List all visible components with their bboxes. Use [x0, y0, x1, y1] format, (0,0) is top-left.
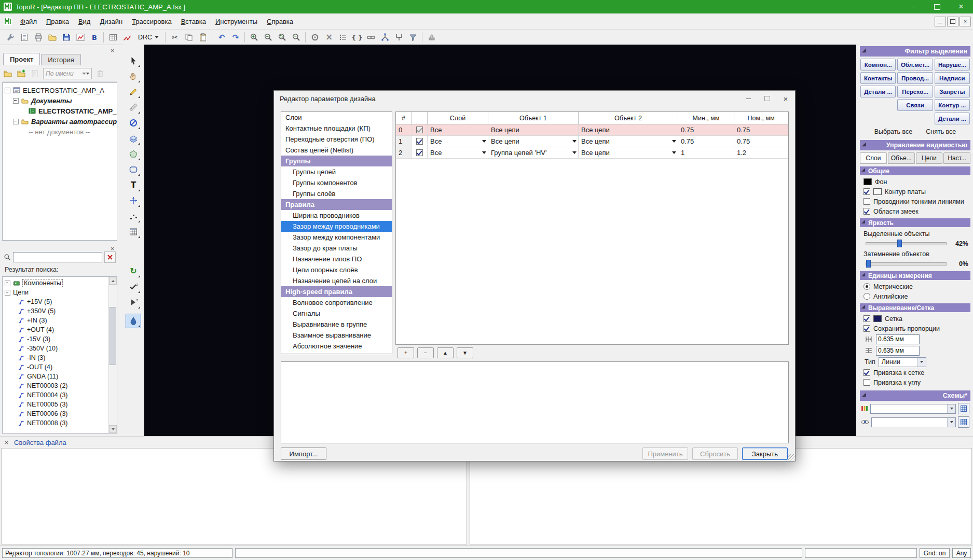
nav-item[interactable]: Правила — [281, 199, 392, 210]
funnel-button[interactable] — [406, 30, 420, 44]
checkbox[interactable] — [864, 369, 870, 376]
tab-layers[interactable]: Слои — [860, 152, 887, 164]
tool-playz-button[interactable]: z — [126, 295, 141, 310]
checkbox[interactable] — [864, 198, 870, 205]
layer-cell[interactable]: Все — [428, 147, 488, 159]
object2-cell[interactable]: Все цепи — [579, 147, 678, 159]
menu-insert[interactable]: Вставка — [176, 15, 211, 28]
zoomsel-button[interactable] — [275, 30, 289, 44]
via-button[interactable] — [308, 30, 322, 44]
nav-item[interactable]: High-speed правила — [281, 286, 392, 297]
section-header-brightness[interactable]: Яркость — [860, 218, 970, 227]
checkbox[interactable] — [864, 208, 870, 215]
dropdown-arrow-icon[interactable] — [482, 140, 486, 143]
color-scheme-select[interactable] — [870, 404, 956, 414]
nominal-clearance-cell[interactable]: 0.75 — [734, 136, 788, 147]
visibility-option[interactable]: Фон — [860, 177, 970, 187]
fork-button[interactable] — [392, 30, 406, 44]
section-header-grid[interactable]: Выравнивание/Сетка — [860, 303, 970, 312]
scroll-thumb[interactable] — [109, 307, 116, 365]
window-maximize-button[interactable] — [925, 0, 949, 13]
copy-button[interactable] — [182, 30, 196, 44]
filter-button-violations[interactable]: Наруше... — [935, 59, 970, 71]
slider-thumb[interactable] — [866, 260, 871, 268]
tool-noentry-button[interactable] — [126, 116, 141, 130]
nav-item[interactable]: Выравнивание в группе — [281, 319, 392, 330]
nominal-clearance-cell[interactable]: 0.75 — [734, 124, 788, 136]
net-item[interactable]: -350V (10) — [3, 344, 117, 353]
dropdown-arrow-icon[interactable] — [672, 140, 676, 143]
min-clearance-cell[interactable]: 0.75 — [678, 136, 734, 147]
menu-tools[interactable]: Инструменты — [211, 15, 262, 28]
scroll-down-arrow[interactable] — [109, 425, 117, 433]
tool-refresh-button[interactable]: ↻ — [126, 264, 141, 278]
angle-status[interactable]: Any — [952, 548, 971, 558]
dialog-close-button[interactable]: × — [776, 91, 795, 106]
nav-item[interactable]: Взаимное выравнивание — [281, 330, 392, 341]
tool-dots-button[interactable] — [126, 209, 141, 223]
add-row-button[interactable]: + — [398, 347, 414, 358]
slider-track[interactable] — [866, 242, 947, 245]
expander-minus-icon[interactable] — [5, 88, 10, 93]
nav-item[interactable]: Зазор до края платы — [281, 243, 392, 254]
grid-option[interactable]: Сетка — [860, 314, 970, 324]
menu-design[interactable]: Дизайн — [95, 15, 127, 28]
select-all-button[interactable]: Выбрать все — [874, 128, 913, 135]
dropdown-arrow-icon[interactable] — [672, 151, 676, 154]
tab-project[interactable]: Проект — [3, 53, 40, 65]
mdi-restore-button[interactable] — [947, 17, 958, 26]
dialog-maximize-button[interactable] — [758, 91, 776, 106]
sort-by-dropdown[interactable]: По имени — [43, 68, 92, 79]
clear-all-button[interactable]: Снять все — [926, 128, 956, 135]
filter-button-keepouts[interactable]: Запреты — [935, 86, 970, 97]
checkbox[interactable] — [864, 188, 870, 195]
tree-item[interactable]: ELECTROSTATIC_AMP_A — [3, 85, 117, 95]
filter-button-board-outline[interactable]: Контур ... — [935, 99, 970, 111]
stamp-button[interactable] — [424, 30, 438, 44]
checkbox[interactable] — [864, 325, 870, 332]
net-item[interactable]: NET00004 (3) — [3, 390, 117, 400]
layer-cell[interactable]: Все — [428, 124, 488, 136]
drc-dropdown[interactable]: DRC — [134, 30, 163, 44]
net-item[interactable]: NET00005 (3) — [3, 400, 117, 409]
nav-item[interactable]: Назначение типов ПО — [281, 254, 392, 264]
document-properties-icon[interactable] — [30, 68, 40, 79]
net-item[interactable]: +350V (5) — [3, 306, 117, 316]
move-up-button[interactable]: ▲ — [437, 347, 454, 358]
net-item[interactable]: +OUT (4) — [3, 325, 117, 334]
nav-item[interactable]: Волновое сопротивление — [281, 297, 392, 308]
visibility-option[interactable]: Контур платы — [860, 187, 970, 197]
tool-textT-button[interactable]: T — [126, 178, 141, 192]
save-button[interactable] — [59, 30, 73, 44]
checkbox[interactable] — [416, 127, 423, 133]
tree-scrollbar[interactable] — [108, 277, 117, 433]
expander-minus-icon[interactable] — [13, 119, 19, 124]
nav-item[interactable]: Группы цепей — [281, 166, 392, 177]
zoomfit-button[interactable] — [289, 30, 303, 44]
nav-item[interactable]: Контактные площадки (КП) — [281, 123, 392, 134]
clear-search-button[interactable] — [104, 251, 116, 263]
menu-routing[interactable]: Трассировка — [127, 15, 176, 28]
checkbox[interactable] — [416, 149, 423, 156]
nominal-clearance-cell[interactable]: 1.2 — [734, 147, 788, 159]
undo-button[interactable]: ↶ — [214, 30, 228, 44]
net-item[interactable]: +IN (3) — [3, 316, 117, 325]
schemes-header[interactable]: Схемы* — [860, 390, 970, 401]
row-enabled-cell[interactable] — [412, 147, 428, 159]
net-item[interactable]: NET00008 (3) — [3, 418, 117, 428]
menu-view[interactable]: Вид — [74, 15, 95, 28]
unit-option[interactable]: Метрические — [860, 282, 970, 291]
filter-button-copper-areas[interactable]: Обл.мет... — [897, 59, 933, 71]
net-item[interactable]: NET00006 (3) — [3, 409, 117, 418]
nav-item[interactable]: Переходные отверстия (ПО) — [281, 134, 392, 145]
tab-objects[interactable]: Объе... — [888, 152, 915, 164]
grid-color-swatch[interactable] — [873, 315, 882, 322]
slider-track[interactable] — [866, 262, 947, 265]
penred-button[interactable] — [120, 30, 134, 44]
folder-button[interactable] — [45, 30, 59, 44]
net-item[interactable]: -IN (3) — [3, 353, 117, 362]
section-header-units[interactable]: Единицы измерения — [860, 271, 970, 280]
tool-ruler-button[interactable] — [126, 100, 141, 115]
list-button[interactable] — [336, 30, 350, 44]
radio-button[interactable] — [864, 283, 870, 290]
